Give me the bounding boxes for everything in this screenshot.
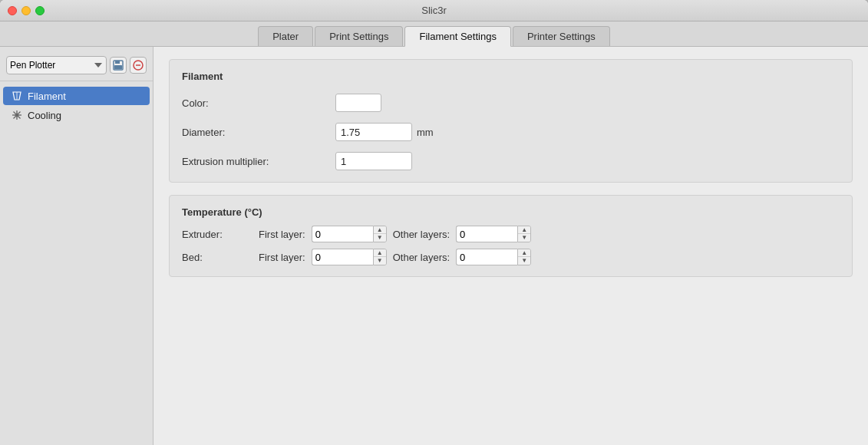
maximize-button[interactable] xyxy=(35,6,45,15)
minimize-button[interactable] xyxy=(21,6,31,15)
diameter-row: Diameter: mm xyxy=(182,122,840,142)
traffic-lights xyxy=(8,6,45,15)
extruder-other-layers-spinner-btns: ▲ ▼ xyxy=(517,226,531,242)
profile-select[interactable]: Pen Plotter xyxy=(6,56,107,74)
sidebar-item-filament[interactable]: Filament xyxy=(3,87,150,105)
extrusion-multiplier-control xyxy=(335,152,412,170)
remove-button[interactable] xyxy=(130,57,147,74)
diameter-control: mm xyxy=(335,123,434,141)
bed-first-layer-down[interactable]: ▼ xyxy=(374,257,386,265)
extruder-first-layer-label: First layer: xyxy=(259,229,305,240)
temperature-section-title: Temperature (°C) xyxy=(182,206,840,218)
main-area: Pen Plotter xyxy=(0,47,868,445)
extruder-first-layer-input[interactable] xyxy=(312,226,373,242)
extruder-label: Extruder: xyxy=(182,229,259,240)
temperature-section: Temperature (°C) Extruder: First layer: … xyxy=(169,195,853,277)
extruder-temp-group: First layer: ▲ ▼ Other layers: xyxy=(259,226,531,242)
remove-icon xyxy=(133,60,144,71)
extruder-other-layers-input[interactable] xyxy=(456,226,517,242)
extruder-first-layer-spinner-btns: ▲ ▼ xyxy=(373,226,387,242)
bed-label: Bed: xyxy=(182,252,259,263)
bed-temp-group: First layer: ▲ ▼ Other layers: xyxy=(259,249,531,265)
bed-other-layers-up[interactable]: ▲ xyxy=(518,249,530,257)
extruder-other-layers-spinner: ▲ ▼ xyxy=(456,226,531,242)
color-label: Color: xyxy=(182,97,335,109)
filament-section-title: Filament xyxy=(182,71,840,84)
titlebar: Slic3r xyxy=(0,0,868,21)
bed-first-layer-label: First layer: xyxy=(259,252,305,263)
bed-other-layers-down[interactable]: ▼ xyxy=(518,257,530,265)
extruder-temp-row: Extruder: First layer: ▲ ▼ Other layers: xyxy=(182,226,840,242)
extrusion-multiplier-row: Extrusion multiplier: xyxy=(182,151,840,171)
extruder-first-layer-up[interactable]: ▲ xyxy=(374,226,386,234)
cooling-icon xyxy=(11,109,23,121)
tab-plater[interactable]: Plater xyxy=(258,26,313,46)
window-title: Slic3r xyxy=(421,5,447,16)
sidebar-item-cooling-label: Cooling xyxy=(28,110,61,121)
close-button[interactable] xyxy=(8,6,17,15)
content-area: Filament Color: Diameter: mm xyxy=(153,47,868,445)
filament-box: Filament Color: Diameter: mm xyxy=(169,59,853,183)
bed-first-layer-spinner: ▲ ▼ xyxy=(312,249,387,265)
sidebar-item-cooling[interactable]: Cooling xyxy=(3,106,150,124)
diameter-input[interactable] xyxy=(335,123,412,141)
extruder-first-layer-down[interactable]: ▼ xyxy=(374,234,386,242)
diameter-label: Diameter: xyxy=(182,127,335,138)
tabbar: Plater Print Settings Filament Settings … xyxy=(0,21,868,47)
bed-first-layer-up[interactable]: ▲ xyxy=(374,249,386,257)
bed-other-layers-spinner-btns: ▲ ▼ xyxy=(517,249,531,265)
sidebar: Pen Plotter xyxy=(0,47,153,445)
bed-temp-row: Bed: First layer: ▲ ▼ Other layers: xyxy=(182,249,840,265)
sidebar-items: Filament Cooling xyxy=(0,81,153,130)
bed-first-layer-input[interactable] xyxy=(312,249,373,265)
temperature-box: Temperature (°C) Extruder: First layer: … xyxy=(169,195,853,277)
tab-filament-settings[interactable]: Filament Settings xyxy=(404,26,510,47)
color-control xyxy=(335,94,381,112)
tab-print-settings[interactable]: Print Settings xyxy=(315,26,403,46)
sidebar-item-filament-label: Filament xyxy=(28,91,66,102)
extruder-other-layers-down[interactable]: ▼ xyxy=(518,234,530,242)
extrusion-multiplier-label: Extrusion multiplier: xyxy=(182,156,335,167)
bed-other-layers-spinner: ▲ ▼ xyxy=(456,249,531,265)
tab-printer-settings[interactable]: Printer Settings xyxy=(513,26,610,46)
bed-other-layers-input[interactable] xyxy=(456,249,517,265)
save-icon xyxy=(113,60,124,71)
diameter-unit: mm xyxy=(417,127,434,138)
main-window: Slic3r Plater Print Settings Filament Se… xyxy=(0,0,868,445)
bed-other-layers-label: Other layers: xyxy=(393,252,450,263)
extrusion-multiplier-input[interactable] xyxy=(335,152,412,170)
svg-rect-1 xyxy=(115,61,120,64)
extruder-other-layers-up[interactable]: ▲ xyxy=(518,226,530,234)
extruder-other-layers-label: Other layers: xyxy=(393,229,450,240)
filament-section: Filament Color: Diameter: mm xyxy=(169,59,853,183)
svg-rect-2 xyxy=(114,65,122,69)
bed-first-layer-spinner-btns: ▲ ▼ xyxy=(373,249,387,265)
color-swatch[interactable] xyxy=(335,94,381,112)
color-row: Color: xyxy=(182,93,840,113)
extruder-first-layer-spinner: ▲ ▼ xyxy=(312,226,387,242)
save-button[interactable] xyxy=(110,57,127,74)
filament-icon xyxy=(11,90,23,102)
sidebar-toolbar: Pen Plotter xyxy=(0,53,153,81)
